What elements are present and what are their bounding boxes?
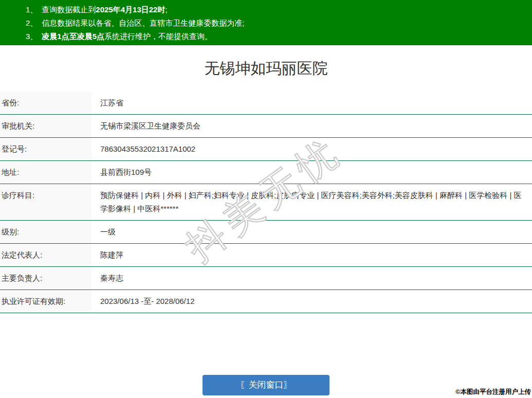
notice-line-3: 3、凌晨1点至凌晨5点系统进行维护，不能提供查询。 (26, 30, 527, 43)
row-label: 法定代表人: (0, 244, 91, 266)
table-row-province: 省份: 江苏省 (0, 92, 532, 115)
notice-text: 查询数据截止到 (42, 5, 96, 14)
row-value: 78630435532021317A1002 (91, 138, 532, 160)
table-row-registration-number: 登记号: 78630435532021317A1002 (0, 138, 532, 161)
notice-banner: 1、查询数据截止到2025年4月13日22时; 2、信息数据结果以各省、自治区、… (0, 0, 532, 45)
table-row-legal-representative: 法定代表人: 陈建萍 (0, 244, 532, 267)
table-row-address: 地址: 县前西街109号 (0, 161, 532, 184)
table-row-license-validity: 执业许可证有效期: 2023/06/13 -至- 2028/06/12 (0, 290, 532, 313)
table-row-level: 级别: 一级 (0, 221, 532, 244)
notice-line-1: 1、查询数据截止到2025年4月13日22时; (26, 3, 527, 16)
notice-line-number: 3、 (26, 32, 38, 41)
row-value: 陈建萍 (91, 244, 532, 266)
hospital-info-table: 省份: 江苏省 审批机关: 无锡市梁溪区卫生健康委员会 登记号: 7863043… (0, 92, 532, 313)
notice-text: 系统进行维护，不能提供查询。 (104, 32, 212, 41)
row-value: 无锡市梁溪区卫生健康委员会 (91, 115, 532, 137)
row-value: 预防保健科 | 内科 | 外科 | 妇产科;妇科专业 | 皮肤科;皮肤病专业 |… (91, 184, 532, 220)
row-label: 登记号: (0, 138, 91, 160)
notice-text-bold: 凌晨1点至凌晨5点 (42, 32, 104, 41)
button-row: 〖关闭窗口〗 (0, 375, 532, 395)
row-value: 县前西街109号 (91, 161, 532, 184)
row-label: 审批机关: (0, 115, 91, 137)
table-row-approval-authority: 审批机关: 无锡市梁溪区卫生健康委员会 (0, 115, 532, 138)
notice-text: ; (165, 5, 167, 14)
close-window-button[interactable]: 〖关闭窗口〗 (203, 375, 329, 395)
notice-line-number: 1、 (26, 5, 38, 14)
row-label: 地址: (0, 161, 91, 184)
notice-line-2: 2、信息数据结果以各省、自治区、直辖市卫生健康委数据为准; (26, 16, 527, 30)
table-row-principal: 主要负责人: 秦寿志 (0, 267, 532, 290)
row-label: 执业许可证有效期: (0, 290, 91, 313)
row-value: 秦寿志 (91, 267, 532, 290)
row-value: 2023/06/13 -至- 2028/06/12 (91, 290, 532, 313)
hospital-license-query-page: 1、查询数据截止到2025年4月13日22时; 2、信息数据结果以各省、自治区、… (0, 0, 532, 398)
row-label: 省份: (0, 92, 91, 114)
notice-text: 信息数据结果以各省、自治区、直辖市卫生健康委数据为准; (42, 19, 244, 27)
row-label: 主要负责人: (0, 267, 91, 290)
row-label: 级别: (0, 221, 91, 243)
row-label: 诊疗科目: (0, 184, 91, 220)
row-value: 一级 (91, 221, 532, 243)
row-value: 江苏省 (91, 92, 532, 114)
upload-credit-note: ©本图由平台注册用户上传 (455, 388, 531, 396)
notice-text-bold: 2025年4月13日22时 (96, 5, 165, 14)
notice-line-number: 2、 (26, 19, 38, 27)
hospital-name-title: 无锡坤如玛丽医院 (0, 59, 532, 78)
table-row-medical-departments: 诊疗科目: 预防保健科 | 内科 | 外科 | 妇产科;妇科专业 | 皮肤科;皮… (0, 184, 532, 221)
